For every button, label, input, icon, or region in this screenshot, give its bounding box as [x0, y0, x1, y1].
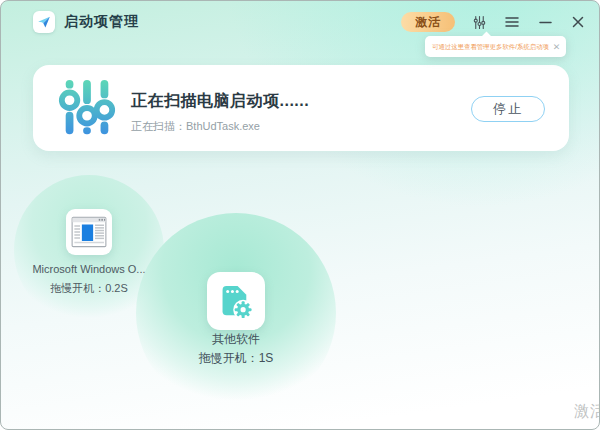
minimize-icon[interactable]: [536, 13, 554, 31]
menu-icon[interactable]: [503, 13, 521, 31]
equalizer-icon: [56, 76, 118, 138]
tooltip-close-icon[interactable]: ✕: [553, 42, 561, 51]
scan-status: 正在扫描：BthUdTask.exe: [131, 119, 260, 134]
tune-sliders-icon[interactable]: [470, 13, 488, 31]
startup-item-name: 其他软件: [136, 331, 336, 348]
app-title: 启动项管理: [64, 13, 139, 31]
activation-watermark: 激活: [574, 402, 600, 421]
activate-button[interactable]: 激活: [401, 12, 455, 32]
stop-button[interactable]: 停止: [471, 96, 545, 122]
close-icon[interactable]: [569, 13, 587, 31]
tooltip-text: 可通过这里查看管理更多软件/系统启动项: [432, 42, 549, 51]
app-window: 启动项管理 激活: [0, 0, 600, 430]
scan-title: 正在扫描电脑启动项......: [131, 91, 309, 112]
scan-card: 正在扫描电脑启动项...... 正在扫描：BthUdTask.exe 停止: [33, 65, 569, 151]
settings-tooltip: 可通过这里查看管理更多软件/系统启动项 ✕: [425, 36, 566, 57]
startup-item-impact: 拖慢开机：1S: [136, 350, 336, 367]
rocket-logo-icon: [33, 11, 55, 33]
windows-app-icon: [66, 209, 112, 255]
software-gear-icon: [207, 272, 265, 330]
